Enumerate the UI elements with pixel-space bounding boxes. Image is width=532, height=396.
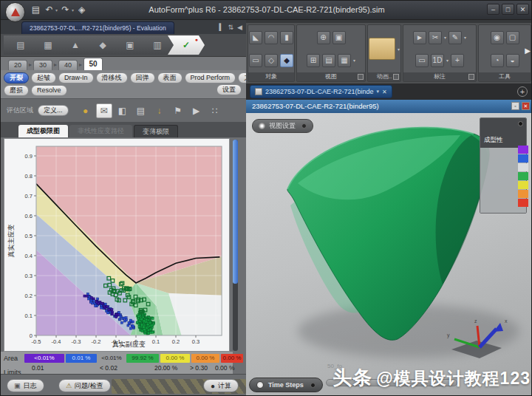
result-button[interactable]: 滑移线	[96, 72, 128, 83]
group-expander-icon[interactable]	[358, 74, 364, 80]
undo-icon[interactable]: ↶	[44, 4, 55, 16]
result-button[interactable]: Draw-In	[58, 72, 94, 83]
cursor-icon[interactable]: ►	[413, 31, 426, 44]
view-pill-toggle-icon[interactable]	[301, 123, 307, 129]
result-button[interactable]: 表面	[157, 72, 183, 83]
result-button[interactable]: 磨损	[4, 85, 29, 96]
triad-icon[interactable]: ⊕	[317, 31, 330, 44]
chart-tab[interactable]: 成型极限图	[18, 125, 68, 137]
view-setup-pill[interactable]: 视图设置	[252, 119, 313, 133]
sampling-dots-icon[interactable]: ∷	[207, 103, 223, 118]
clip-box-icon[interactable]: ▣	[332, 31, 346, 44]
clock-icon[interactable]: ◔	[491, 54, 504, 67]
svg-text:x: x	[505, 318, 508, 324]
process-chain-ribbon: ▤▦▲◆▣▥✓●	[1, 34, 246, 57]
close-button[interactable]: ✕	[516, 4, 529, 15]
tab-close-icon[interactable]: ✕	[382, 89, 387, 95]
stamp-icon[interactable]: ◈	[76, 4, 87, 16]
result-button[interactable]: 开裂	[4, 72, 29, 83]
group-expander-icon[interactable]	[468, 74, 474, 80]
time-steps-toggle-icon[interactable]	[310, 383, 316, 388]
viewport-titlebar: 23862753-07-DL-CAE-R2-721(binder95) ▫ ✕	[246, 100, 532, 113]
limit-value: 0.00 %	[215, 364, 234, 372]
minimize-button[interactable]: –	[487, 4, 499, 15]
toolbar-overflow-icon[interactable]: ▶	[525, 47, 531, 55]
die-icon[interactable]: ▮	[280, 31, 293, 44]
normal-pin-icon[interactable]: ↓	[151, 103, 168, 118]
legend-toggle-icon[interactable]	[518, 121, 523, 126]
animation-icon[interactable]	[369, 38, 395, 60]
result-button[interactable]: Resolve	[31, 85, 67, 96]
bent-sheet-icon[interactable]: ◧	[115, 103, 131, 118]
result-button[interactable]: Prod Perform	[185, 72, 236, 83]
result-button[interactable]: 回弹	[130, 72, 155, 83]
dropdown-arrow-icon[interactable]: ▾	[444, 35, 446, 40]
dropdown-arrow-icon[interactable]: ▾	[446, 58, 449, 63]
blank-icon[interactable]: ◇	[265, 54, 278, 67]
svg-text:0.3: 0.3	[192, 338, 200, 345]
material-sphere-icon[interactable]: ●	[78, 103, 94, 118]
stage-tab-30[interactable]: 30	[33, 60, 52, 70]
session-tab[interactable]: 23862753-07-DL...R2-721(binder95) - Eval…	[21, 21, 174, 34]
dropdown-arrow-icon[interactable]: ▾	[72, 7, 74, 13]
close-view-icon[interactable]: ✕	[522, 102, 530, 110]
log-button[interactable]: ▣日志	[7, 379, 44, 392]
scale-1d-icon[interactable]: 1D	[431, 54, 444, 67]
define-button[interactable]: 定义...	[38, 105, 69, 116]
vector-icon[interactable]: ▶	[188, 103, 205, 118]
svg-text:-0.5: -0.5	[32, 338, 41, 345]
callout-icon[interactable]: ▢	[506, 31, 519, 44]
group-expander-icon[interactable]	[393, 74, 399, 80]
issues-button[interactable]: ⚠问题/检查	[58, 379, 111, 392]
stage-tab-40[interactable]: 40	[58, 60, 78, 70]
splitter-icon[interactable]: ▍	[219, 24, 225, 31]
label-icon[interactable]: ▭	[415, 54, 429, 67]
maximize-button[interactable]: □	[502, 4, 514, 15]
result-button[interactable]: 起皱	[31, 72, 56, 83]
binder-icon[interactable]: ◣	[249, 31, 262, 44]
dropdown-arrow-icon[interactable]: ▾	[464, 35, 466, 40]
layers-icon[interactable]: ⊞	[307, 54, 320, 67]
window-title: AutoForm^plus R6 - 23862753-07-DL-CAE-R2…	[149, 5, 384, 14]
paint-icon[interactable]: +	[451, 54, 464, 67]
area-legend-cell: 0.00 %	[160, 354, 190, 363]
time-steps-pill[interactable]: Time Steps	[249, 378, 323, 392]
dropdown-arrow-icon[interactable]: ▾	[55, 7, 58, 13]
flags-icon[interactable]: ⚑	[170, 103, 186, 118]
collapse-left-icon[interactable]: ◀	[237, 24, 242, 31]
viewport-3d[interactable]: z x y 视图设置 成型性 Time Steps	[246, 113, 532, 396]
dropdown-arrow-icon[interactable]: ▾	[398, 47, 400, 52]
svg-text:真实副应变: 真实副应变	[112, 341, 146, 348]
tab-dropdown-icon[interactable]: ▾	[377, 89, 380, 95]
formability-map-icon[interactable]: ✉	[96, 103, 112, 118]
chart-scrollbar[interactable]	[233, 140, 238, 351]
section-cut-icon[interactable]: ✂	[429, 31, 442, 44]
compute-button[interactable]: ●计算	[203, 379, 239, 392]
sheet-stack-icon[interactable]: ▤	[133, 103, 149, 118]
stage-tab-50[interactable]: 50	[83, 58, 103, 70]
chart-tab[interactable]: 非线性应变路径	[69, 125, 132, 137]
part-icon[interactable]: ◆	[280, 54, 293, 67]
gauge-icon[interactable]: ◒	[506, 54, 519, 67]
viewport-tab-label: 23862753-07-DL-CAE-R2-721(binde	[265, 88, 374, 95]
scrollbar-thumb[interactable]	[233, 140, 238, 284]
record-icon[interactable]: ◉	[491, 31, 504, 44]
camera-icon[interactable]: ▦	[338, 54, 351, 67]
stage-tab-20[interactable]: 20	[8, 60, 27, 70]
process-step-input[interactable]: ▤	[4, 35, 38, 55]
restore-view-icon[interactable]: ▫	[511, 102, 519, 110]
dropdown-arrow-icon[interactable]: ▾	[353, 58, 355, 63]
redo-icon[interactable]: ↷	[60, 4, 71, 16]
addendum-icon[interactable]: ◠	[265, 31, 278, 44]
measure-icon[interactable]: ✎	[449, 31, 462, 44]
svg-text:0.2: 0.2	[172, 338, 180, 345]
viewport-tab[interactable]: 23862753-07-DL-CAE-R2-721(binde ▾ ✕	[250, 85, 392, 98]
add-view-button[interactable]: +	[517, 86, 528, 97]
sheet-icon[interactable]: ▭	[249, 54, 262, 67]
svg-text:真实主应变: 真实主应变	[7, 225, 15, 258]
section-box-icon[interactable]: ▤	[322, 54, 335, 67]
swap-icon[interactable]: ⇅	[228, 24, 234, 31]
chart-tab[interactable]: 变薄极限	[134, 125, 178, 137]
save-icon[interactable]: ▤	[30, 4, 41, 16]
settings-button[interactable]: 设置	[216, 84, 242, 95]
